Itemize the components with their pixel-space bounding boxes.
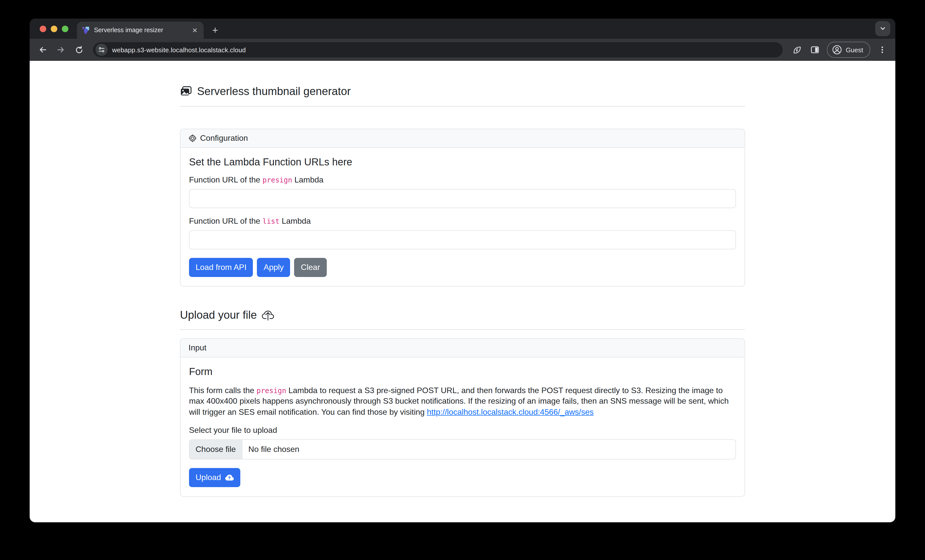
reload-button[interactable] [71, 42, 87, 58]
traffic-lights [40, 26, 68, 32]
divider [180, 329, 745, 330]
browser-tab[interactable]: Serverless image resizer ✕ [77, 22, 203, 39]
kebab-menu-icon [878, 46, 886, 54]
tab-strip: Serverless image resizer ✕ + [30, 19, 895, 39]
presign-code-inline: presign [257, 387, 286, 394]
fullscreen-window-button[interactable] [62, 26, 68, 32]
presign-code: presign [262, 176, 292, 184]
upload-heading-text: Upload your file [180, 309, 257, 322]
upload-button[interactable]: Upload [189, 468, 240, 487]
favicon-image-resizer [82, 26, 90, 34]
presign-url-label: Function URL of the presign Lambda [189, 175, 736, 185]
form-description: This form calls the presign Lambda to re… [189, 385, 736, 417]
load-from-api-button[interactable]: Load from API [189, 258, 253, 277]
screen: Serverless image resizer ✕ + [0, 0, 925, 560]
profile-button[interactable]: Guest [827, 42, 870, 58]
configuration-card-title: Configuration [200, 134, 248, 143]
reload-icon [75, 45, 83, 54]
address-bar[interactable]: webapp.s3-website.localhost.localstack.c… [93, 42, 783, 57]
leaf-energy-icon [792, 45, 802, 54]
browser-menu-button[interactable] [874, 42, 890, 58]
tab-close-icon[interactable]: ✕ [191, 26, 199, 35]
form-heading: Form [189, 366, 736, 378]
clear-button[interactable]: Clear [294, 258, 327, 277]
back-button[interactable] [35, 42, 51, 58]
presign-url-input[interactable] [189, 189, 736, 208]
list-url-input[interactable] [189, 230, 736, 249]
ses-link[interactable]: http://localhost.localstack.cloud:4566/_… [427, 408, 594, 416]
gear-icon [188, 134, 197, 142]
upload-section-heading: Upload your file [180, 309, 745, 322]
close-window-button[interactable] [40, 26, 46, 32]
tab-search-button[interactable] [875, 21, 890, 36]
file-select-label: Select your file to upload [189, 426, 736, 435]
cloud-upload-icon [262, 309, 274, 321]
cloud-arrow-up-icon [225, 474, 234, 482]
configuration-card: Configuration Set the Lambda Function UR… [180, 129, 745, 286]
browser-toolbar: webapp.s3-website.localhost.localstack.c… [30, 39, 895, 61]
web-page: Serverless thumbnail generator Configura… [30, 61, 895, 522]
forward-button[interactable] [53, 42, 69, 58]
images-icon [180, 86, 192, 98]
guest-avatar-icon [832, 45, 842, 55]
performance-button[interactable] [789, 42, 805, 58]
apply-button[interactable]: Apply [257, 258, 290, 277]
file-chosen-text: No file chosen [242, 440, 306, 459]
new-tab-button[interactable]: + [208, 23, 223, 38]
side-panel-icon [811, 45, 820, 54]
page-title-text: Serverless thumbnail generator [197, 85, 351, 98]
upload-button-label: Upload [196, 472, 221, 484]
configuration-card-header: Configuration [181, 129, 744, 148]
config-heading: Set the Lambda Function URLs here [189, 157, 736, 168]
input-card-title: Input [188, 343, 206, 352]
tab-title: Serverless image resizer [94, 27, 187, 34]
chevron-down-icon [879, 25, 886, 32]
list-code: list [262, 217, 279, 225]
site-info-button[interactable] [95, 44, 108, 56]
url-text[interactable]: webapp.s3-website.localhost.localstack.c… [112, 46, 246, 54]
page-title: Serverless thumbnail generator [180, 85, 745, 98]
forward-arrow-icon [56, 45, 65, 54]
list-url-label: Function URL of the list Lambda [189, 217, 736, 226]
side-panel-button[interactable] [807, 42, 823, 58]
choose-file-button[interactable]: Choose file [190, 440, 242, 459]
minimize-window-button[interactable] [51, 26, 57, 32]
file-input[interactable]: Choose file No file chosen [189, 440, 736, 460]
profile-label: Guest [846, 46, 863, 54]
browser-window: Serverless image resizer ✕ + [30, 19, 895, 522]
input-card: Input Form This form calls the presign L… [180, 338, 745, 497]
back-arrow-icon [38, 45, 47, 54]
input-card-header: Input [181, 339, 744, 357]
divider [180, 106, 745, 107]
site-settings-icon [98, 46, 105, 53]
